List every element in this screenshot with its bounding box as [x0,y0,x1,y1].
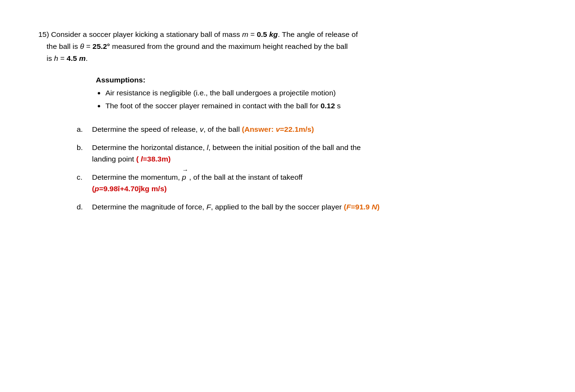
part-b-label: b. [77,142,92,165]
assumption-2: The foot of the soccer player remained i… [105,100,537,112]
part-a: a. Determine the speed of release, v, of… [77,124,537,135]
momentum-vector: p → [182,172,186,183]
part-a-label: a. [77,124,92,135]
part-b-answer: ( l=38.3m) [136,155,171,163]
statement-line3: is h = 4.5 m. [38,54,88,62]
problem-statement: 15) Consider a soccer player kicking a s… [38,29,537,64]
problem-container: 15) Consider a soccer player kicking a s… [38,29,537,213]
part-c-label: c. [77,172,92,195]
part-d-answer: (F=91.9 N) [344,203,380,211]
part-d-content: Determine the magnitude of force, F, app… [92,201,537,213]
part-b: b. Determine the horizontal distance, l,… [77,142,537,165]
assumption-1: Air resistance is negligible (i.e., the … [105,87,537,99]
part-a-content: Determine the speed of release, v, of th… [92,124,537,135]
parts-section: a. Determine the speed of release, v, of… [77,124,537,213]
part-c: c. Determine the momentum, p → , of the … [77,172,537,195]
part-d-label: d. [77,201,92,213]
statement-text-1: Consider a soccer player kicking a stati… [51,30,357,38]
part-c-content: Determine the momentum, p → , of the bal… [92,172,537,195]
assumptions-list: Air resistance is negligible (i.e., the … [105,87,537,112]
part-c-answer: (p=9.98î+4.70ĵkg m/s) [92,184,167,193]
part-a-answer: (Answer: v=22.1m/s) [242,125,314,133]
statement-line2: the ball is θ = 25.2° measured from the … [38,42,348,50]
assumptions-section: Assumptions: Air resistance is negligibl… [96,76,537,112]
part-b-content: Determine the horizontal distance, l, be… [92,142,537,165]
problem-number: 15) [38,30,49,38]
assumptions-title: Assumptions: [96,76,537,84]
part-d: d. Determine the magnitude of force, F, … [77,201,537,213]
